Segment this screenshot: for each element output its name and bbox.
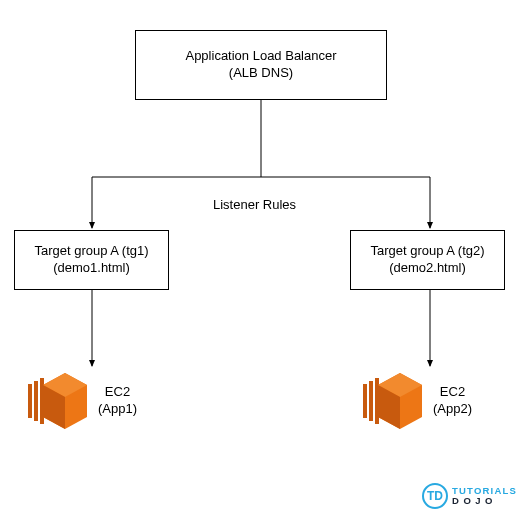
- watermark: TD TUTORIALS DOJO: [422, 483, 517, 509]
- ec2-label: EC2 (App2): [433, 384, 472, 418]
- ec2-icon: [28, 370, 90, 432]
- alb-subtitle: (ALB DNS): [229, 65, 293, 82]
- watermark-logo-icon: TD: [422, 483, 448, 509]
- watermark-text: TUTORIALS DOJO: [452, 486, 517, 507]
- target-group-name: Target group A (tg1): [34, 243, 148, 260]
- ec2-icon: [363, 370, 425, 432]
- ec2-instance-1: EC2 (App1): [28, 370, 137, 432]
- alb-box: Application Load Balancer (ALB DNS): [135, 30, 387, 100]
- svg-rect-13: [369, 381, 373, 421]
- target-group-box-1: Target group A (tg1) (demo1.html): [14, 230, 169, 290]
- svg-rect-6: [28, 384, 32, 418]
- target-group-resource: (demo2.html): [389, 260, 466, 277]
- target-group-box-2: Target group A (tg2) (demo2.html): [350, 230, 505, 290]
- alb-title: Application Load Balancer: [185, 48, 336, 65]
- target-group-resource: (demo1.html): [53, 260, 130, 277]
- target-group-name: Target group A (tg2): [370, 243, 484, 260]
- ec2-label: EC2 (App1): [98, 384, 137, 418]
- svg-rect-7: [34, 381, 38, 421]
- ec2-instance-2: EC2 (App2): [363, 370, 472, 432]
- svg-rect-12: [363, 384, 367, 418]
- listener-rules-label: Listener Rules: [213, 197, 296, 212]
